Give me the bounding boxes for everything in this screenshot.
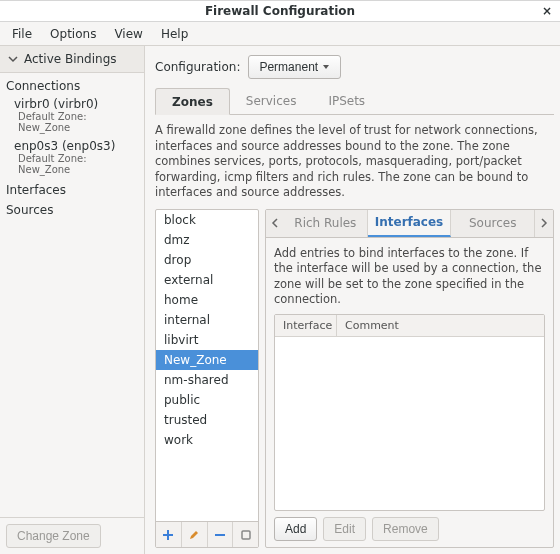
content-pane: Configuration: Permanent Zones Services … xyxy=(145,46,560,554)
zone-item[interactable]: home xyxy=(156,290,258,310)
caret-down-icon xyxy=(322,63,330,71)
zone-item-selected[interactable]: New_Zone xyxy=(156,350,258,370)
edit-button[interactable]: Edit xyxy=(323,517,366,541)
chevron-right-icon xyxy=(540,218,548,228)
sidebar-cat-interfaces[interactable]: Interfaces xyxy=(0,179,144,199)
configuration-value: Permanent xyxy=(259,60,318,74)
title-bar: Firewall Configuration × xyxy=(0,0,560,22)
subtab-sources[interactable]: Sources xyxy=(451,210,535,237)
col-comment[interactable]: Comment xyxy=(337,315,544,336)
zone-list-panel: block dmz drop external home internal li… xyxy=(155,209,259,548)
main-tabs: Zones Services IPSets xyxy=(155,88,554,115)
menu-help[interactable]: Help xyxy=(157,25,192,43)
sidebar-body: Connections virbr0 (virbr0) Default Zone… xyxy=(0,73,144,518)
chevron-down-icon xyxy=(8,54,18,64)
interfaces-table[interactable]: Interface Comment xyxy=(274,314,545,511)
menu-bar: File Options View Help xyxy=(0,22,560,46)
zone-item[interactable]: drop xyxy=(156,250,258,270)
svg-rect-0 xyxy=(242,531,250,539)
chevron-left-icon xyxy=(271,218,279,228)
zone-item[interactable]: libvirt xyxy=(156,330,258,350)
zone-item[interactable]: work xyxy=(156,430,258,450)
configuration-label: Configuration: xyxy=(155,60,240,74)
subtab-rich-rules[interactable]: Rich Rules xyxy=(284,210,368,237)
sidebar-cat-connections[interactable]: Connections xyxy=(0,75,144,95)
zone-item[interactable]: block xyxy=(156,210,258,230)
sidebar-conn-enp0s3-sub: Default Zone: New_Zone xyxy=(0,153,144,179)
zone-item[interactable]: external xyxy=(156,270,258,290)
menu-file[interactable]: File xyxy=(8,25,36,43)
zone-defaults-button[interactable] xyxy=(233,522,258,547)
sidebar: Active Bindings Connections virbr0 (virb… xyxy=(0,46,145,554)
zone-item[interactable]: public xyxy=(156,390,258,410)
sidebar-footer: Change Zone xyxy=(0,518,144,554)
details-footer: Add Edit Remove xyxy=(274,511,545,541)
sidebar-cat-sources[interactable]: Sources xyxy=(0,199,144,219)
zone-toolbar xyxy=(156,521,258,547)
configuration-dropdown[interactable]: Permanent xyxy=(248,55,341,79)
plus-icon xyxy=(162,529,174,541)
main-area: Active Bindings Connections virbr0 (virb… xyxy=(0,46,560,554)
zone-item[interactable]: trusted xyxy=(156,410,258,430)
sidebar-conn-virbr0[interactable]: virbr0 (virbr0) xyxy=(0,95,144,111)
tab-zones[interactable]: Zones xyxy=(155,88,230,115)
zone-edit-button[interactable] xyxy=(182,522,208,547)
sidebar-header-label: Active Bindings xyxy=(24,52,117,66)
zone-remove-button[interactable] xyxy=(208,522,234,547)
zone-item[interactable]: dmz xyxy=(156,230,258,250)
remove-button[interactable]: Remove xyxy=(372,517,439,541)
configuration-row: Configuration: Permanent xyxy=(155,52,554,82)
close-icon[interactable]: × xyxy=(542,5,552,17)
interfaces-description: Add entries to bind interfaces to the zo… xyxy=(274,244,545,314)
subtab-interfaces[interactable]: Interfaces xyxy=(368,210,452,237)
tab-services[interactable]: Services xyxy=(230,88,313,114)
zone-item[interactable]: nm-shared xyxy=(156,370,258,390)
subtab-scroll-right[interactable] xyxy=(535,210,553,237)
details-body: Add entries to bind interfaces to the zo… xyxy=(266,238,553,547)
reset-icon xyxy=(240,529,252,541)
zone-add-button[interactable] xyxy=(156,522,182,547)
zone-description: A firewalld zone defines the level of tr… xyxy=(155,115,554,209)
change-zone-button[interactable]: Change Zone xyxy=(6,524,101,548)
window-title: Firewall Configuration xyxy=(205,4,355,18)
subtab-scroll-left[interactable] xyxy=(266,210,284,237)
menu-options[interactable]: Options xyxy=(46,25,100,43)
col-interface[interactable]: Interface xyxy=(275,315,337,336)
sidebar-header[interactable]: Active Bindings xyxy=(0,46,144,73)
zone-details-panel: Rich Rules Interfaces Sources Add entrie… xyxy=(265,209,554,548)
zone-item[interactable]: internal xyxy=(156,310,258,330)
minus-icon xyxy=(214,529,226,541)
sidebar-conn-enp0s3[interactable]: enp0s3 (enp0s3) xyxy=(0,137,144,153)
interfaces-table-header: Interface Comment xyxy=(275,315,544,337)
menu-view[interactable]: View xyxy=(110,25,146,43)
sidebar-conn-virbr0-sub: Default Zone: New_Zone xyxy=(0,111,144,137)
add-button[interactable]: Add xyxy=(274,517,317,541)
zone-subtabs: Rich Rules Interfaces Sources xyxy=(266,210,553,238)
pencil-icon xyxy=(188,529,200,541)
zone-list[interactable]: block dmz drop external home internal li… xyxy=(156,210,258,521)
tab-ipsets[interactable]: IPSets xyxy=(312,88,381,114)
zone-row: block dmz drop external home internal li… xyxy=(155,209,554,548)
